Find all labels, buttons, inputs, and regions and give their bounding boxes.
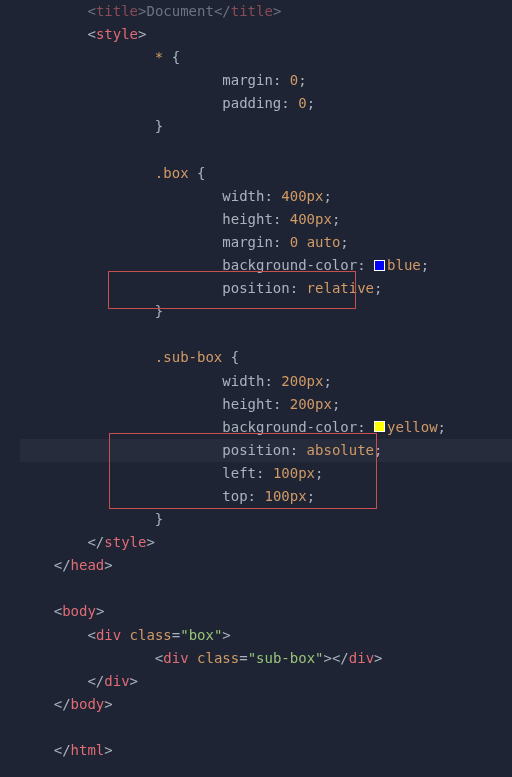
code-line: </body>: [20, 693, 512, 716]
code-line: <title>Document</title>: [20, 0, 512, 23]
code-line: </html>: [20, 739, 512, 762]
code-line: <div class="box">: [20, 624, 512, 647]
code-line: position: absolute;: [20, 439, 512, 462]
code-line: height: 400px;: [20, 208, 512, 231]
code-line: left: 100px;: [20, 462, 512, 485]
code-line: [20, 577, 512, 600]
code-line: </style>: [20, 531, 512, 554]
code-line: .sub-box {: [20, 346, 512, 369]
code-line: background-color: blue;: [20, 254, 512, 277]
code-editor: <title>Document</title> <style> * { marg…: [0, 0, 512, 762]
code-line: <body>: [20, 600, 512, 623]
code-line: }: [20, 508, 512, 531]
code-line: [20, 139, 512, 162]
code-line: .box {: [20, 162, 512, 185]
code-line: [20, 716, 512, 739]
code-line: }: [20, 300, 512, 323]
code-line: }: [20, 115, 512, 138]
color-swatch-icon: [374, 421, 385, 432]
code-line: background-color: yellow;: [20, 416, 512, 439]
code-line: top: 100px;: [20, 485, 512, 508]
code-line: <style>: [20, 23, 512, 46]
code-line: * {: [20, 46, 512, 69]
code-line: height: 200px;: [20, 393, 512, 416]
code-line: padding: 0;: [20, 92, 512, 115]
code-line: position: relative;: [20, 277, 512, 300]
code-line: <div class="sub-box"></div>: [20, 647, 512, 670]
code-line: margin: 0;: [20, 69, 512, 92]
code-line: [20, 323, 512, 346]
code-line: </head>: [20, 554, 512, 577]
code-line: width: 200px;: [20, 370, 512, 393]
code-line: </div>: [20, 670, 512, 693]
code-line: width: 400px;: [20, 185, 512, 208]
color-swatch-icon: [374, 260, 385, 271]
code-line: margin: 0 auto;: [20, 231, 512, 254]
